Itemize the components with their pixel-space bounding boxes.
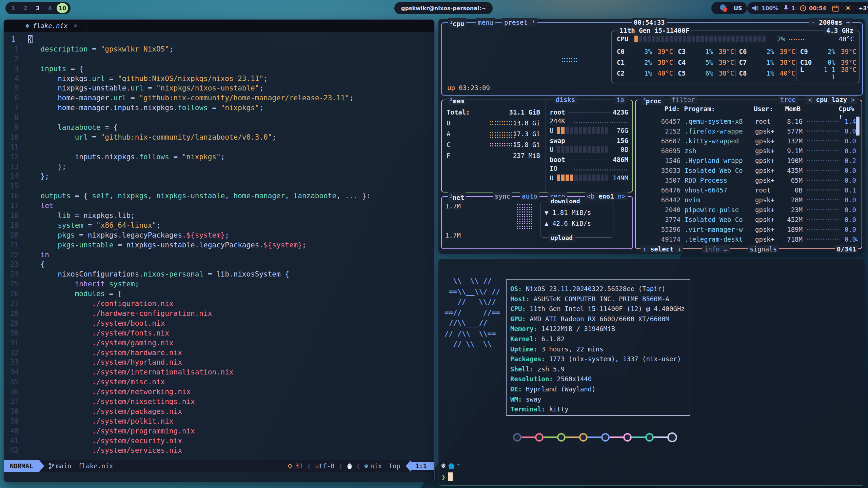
disks-io-toggle[interactable]: io bbox=[614, 96, 626, 104]
volume-label: 100% bbox=[762, 5, 778, 12]
fetch-info-line: WM: sway bbox=[510, 394, 685, 405]
terminal-color-palette bbox=[513, 432, 677, 442]
cpu-core-row: C21%40°CC56%38°CC81%40°CL1 1 138°C bbox=[612, 68, 857, 79]
proc-select-hint[interactable]: ↑ select ↓ bbox=[640, 245, 683, 253]
palette-dot bbox=[623, 433, 632, 442]
line-number: 9 bbox=[4, 123, 19, 133]
net-interface-switcher[interactable]: <b eno1 n> bbox=[585, 192, 628, 200]
net-sync-button[interactable]: sync bbox=[493, 192, 512, 200]
workspace-4[interactable]: 4 bbox=[44, 5, 55, 12]
code-line: 31 ./system/gaming.nix bbox=[4, 338, 434, 348]
proc-info-hint[interactable]: info ↵ bbox=[702, 245, 730, 253]
line-number: 25 bbox=[4, 279, 19, 289]
net-box-title[interactable]: 3net bbox=[448, 192, 466, 202]
proc-row[interactable]: 68442nvimgpsk+28M0.0 bbox=[636, 195, 862, 205]
tab-close-icon[interactable]: × bbox=[74, 22, 77, 29]
proc-sort-switcher[interactable]: < cpu lazy > bbox=[806, 96, 857, 104]
cpu-core-cell: C45%39°C bbox=[674, 59, 735, 66]
palette-dot bbox=[557, 433, 566, 442]
proc-row[interactable]: 2040pipewire-pulsegpsk+23M0.0 bbox=[636, 205, 862, 215]
cursor-position-label: 1:1 bbox=[411, 462, 434, 470]
net-scale-bottom: 1.7M bbox=[445, 231, 461, 240]
warning-count: 31 bbox=[295, 462, 303, 470]
editor-status-bar: NORMAL main flake.nix 31 ❮ utf-8 ❮ ❮ bbox=[4, 460, 434, 472]
mem-row-label: Total: bbox=[447, 108, 470, 117]
workspace-1[interactable]: 1 bbox=[8, 5, 19, 12]
code-line: 30 ./system/fonts.nix bbox=[4, 328, 434, 338]
btop-interval-control[interactable]: - 2000ms + bbox=[809, 18, 852, 26]
home-icon bbox=[448, 463, 455, 469]
proc-row[interactable]: 49174.telegram-desktgpsk+718M0.0 bbox=[636, 235, 862, 244]
proc-signals-hint[interactable]: signals bbox=[748, 245, 779, 253]
code-line: 37 ./system/nixsettings.nix bbox=[4, 397, 434, 407]
cpu-core-cell: C56%38°C bbox=[674, 69, 735, 77]
workspace-3[interactable]: 3 bbox=[32, 5, 43, 12]
code-area[interactable]: 1{1 description = "gpskwlkr NixOS";23 in… bbox=[4, 32, 434, 458]
git-branch: main bbox=[49, 462, 72, 470]
proc-filter-button[interactable]: filter bbox=[670, 96, 697, 104]
editor-window: ❄ flake.nix × 1{1 description = "gpskwlk… bbox=[3, 19, 435, 482]
proc-row[interactable]: 66457.qemu-system-x8root8.1G1.4 bbox=[636, 117, 862, 126]
disk-used-row: U149M bbox=[550, 174, 628, 182]
workspace-2[interactable]: 2 bbox=[20, 5, 31, 12]
speaker-icon bbox=[752, 5, 759, 11]
code-line: 39 ./system/polkit.nix bbox=[4, 416, 434, 426]
proc-row[interactable]: 2152.firefox-wrappegpsk+577M0.0 bbox=[636, 126, 862, 136]
palette-dot bbox=[535, 433, 544, 442]
line-number: 42 bbox=[4, 446, 19, 455]
net-upload-speed: ▲ 42.6 KiB/s bbox=[545, 219, 591, 228]
palette-dot bbox=[601, 433, 610, 442]
fetch-info-list: OS: NixOS 23.11.20240322.56528ee (Tapir)… bbox=[510, 284, 685, 414]
cpu-core-cell: L1 1 138°C bbox=[796, 66, 857, 81]
proc-row[interactable]: 1546.Hyprland-wrappgpsk+190M0.2 bbox=[636, 156, 862, 166]
cpu-box-title[interactable]: 1cpu bbox=[448, 18, 466, 28]
code-line: 41 ./system/security.nix bbox=[4, 436, 434, 446]
proc-row[interactable]: 35033Isolated Web Cogpsk+435M0.0 bbox=[636, 166, 862, 176]
line-content: description = "gpskwlkr NixOS"; bbox=[23, 44, 174, 54]
proc-row[interactable]: 66476vhost-66457root0B0.1 bbox=[636, 185, 862, 195]
proc-tree-button[interactable]: tree bbox=[778, 96, 798, 104]
hostname-widget: gpskwlkr@nixos-personal:~ bbox=[394, 2, 493, 14]
cpu-inner-box: 11th Gen i5-11400F 4.3 GHz CPU 2% 40°C C… bbox=[611, 30, 860, 83]
line-number: 29 bbox=[4, 319, 19, 328]
git-branch-icon bbox=[49, 463, 54, 469]
proc-box-title[interactable]: 4proc bbox=[641, 96, 664, 105]
btop-menu-button[interactable]: menu bbox=[476, 18, 495, 26]
disks-title[interactable]: disks bbox=[554, 96, 577, 104]
weather-widget[interactable]: ☀ +3° bbox=[840, 2, 868, 14]
btop-preset-button[interactable]: preset * bbox=[502, 18, 537, 26]
code-line: 19 system = "x86_64-linux"; bbox=[4, 221, 434, 230]
net-speed-box: download ▼ 1.81 MiB/s ▲ 42.6 KiB/s uploa… bbox=[540, 202, 613, 238]
line-number: 5 bbox=[4, 83, 19, 93]
proc-row[interactable]: 3507RDD Processgpsk+65M0.0 bbox=[636, 176, 862, 185]
code-line: 42 ./system/services.nix bbox=[4, 446, 434, 455]
line-content: url = "github:nix-community/lanzaboote/v… bbox=[23, 133, 276, 142]
fastfetch-window: \\ \\ // ==\\__\\/ // // \\// ==// //== … bbox=[438, 259, 865, 486]
editor-tab-bar: ❄ flake.nix × bbox=[4, 20, 434, 32]
proc-scrollbar[interactable] bbox=[856, 117, 860, 136]
fetch-info-line: Memory: 14122MiB / 31946MiB bbox=[510, 324, 685, 334]
proc-row[interactable]: 55296.virt-manager-wgpsk+189M0.0 bbox=[636, 225, 862, 235]
line-content: pkgs-unstable = nixpkgs-unstable.legacyP… bbox=[23, 240, 307, 250]
proc-row[interactable]: 3774Isolated Web Cogpsk+452M0.0 bbox=[636, 215, 862, 225]
proc-scroll-down-arrow[interactable]: ↓ bbox=[855, 235, 859, 243]
proc-row[interactable]: 68695zshgpsk+9.1M0.0 bbox=[636, 146, 862, 156]
keyboard-layout-widget[interactable]: US bbox=[729, 2, 747, 14]
palette-segment bbox=[521, 436, 535, 438]
proc-row[interactable]: 68687.kitty-wrappedgpsk+132M0.0 bbox=[636, 136, 862, 146]
code-line: 21 pkgs-unstable = nixpkgs-unstable.lega… bbox=[4, 240, 434, 250]
fetch-info-line: Resolution: 868x488 bbox=[510, 374, 685, 384]
vim-mode-indicator: NORMAL bbox=[4, 460, 39, 472]
line-content: nixpkgs-unstable.url = "nixpkgs/nixos-un… bbox=[23, 83, 263, 93]
disk-used-row: U0B bbox=[550, 145, 628, 154]
mem-box-title[interactable]: 2mem bbox=[448, 96, 466, 105]
code-line: 22 in bbox=[4, 250, 434, 260]
net-scale-top: 1.7M bbox=[445, 202, 461, 210]
shell-prompt-line[interactable]: ❯ bbox=[441, 472, 453, 481]
tab-flake-nix[interactable]: ❄ flake.nix × bbox=[4, 20, 86, 32]
fetch-info-line: CPU: 11th Gen Intel i5-11400F (12) @ 4.4… bbox=[510, 304, 685, 314]
line-number: 21 bbox=[4, 240, 19, 250]
net-auto-button[interactable]: auto bbox=[520, 192, 539, 200]
workspace-10[interactable]: 10 bbox=[57, 3, 68, 13]
code-line: 12 inputs.nixpkgs.follows = "nixpkgs"; bbox=[4, 152, 434, 162]
